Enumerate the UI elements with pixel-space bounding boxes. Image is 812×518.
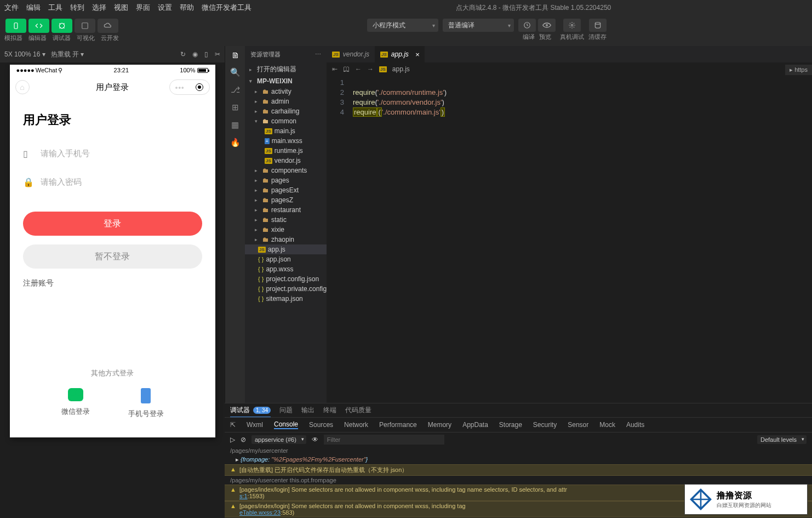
explorer-icon[interactable]: 🗎 — [231, 50, 239, 60]
flame-icon[interactable]: 🔥 — [230, 138, 241, 147]
phone-input[interactable]: 请输入手机号 — [41, 149, 90, 159]
file-project-private[interactable]: { }project.private.config.js... — [245, 284, 327, 294]
tab-app-js[interactable]: JSapp.js× — [375, 46, 425, 62]
folder-xixie[interactable]: ▸🖿xixie — [245, 225, 327, 235]
search-icon[interactable]: 🔍 — [230, 67, 241, 77]
tab-debugger[interactable]: 调试器1, 34 — [230, 403, 271, 417]
remote-debug-button[interactable] — [563, 19, 581, 32]
folder-carhailing[interactable]: ▸🖿carhailing — [245, 106, 327, 116]
inspect-icon[interactable]: ⇱ — [230, 421, 236, 429]
watermark-logo-icon — [689, 488, 712, 511]
mode-dropdown[interactable]: 小程序模式 — [367, 19, 438, 32]
folder-zhaopin[interactable]: ▸🖿zhaopin — [245, 235, 327, 244]
record-icon[interactable]: ◉ — [192, 50, 198, 58]
menu-select[interactable]: 选择 — [92, 3, 106, 13]
cloud-dev[interactable] — [98, 19, 118, 33]
compile-button[interactable] — [518, 19, 536, 32]
folder-common[interactable]: ▾🖿common — [245, 116, 327, 126]
menu-file[interactable]: 文件 — [4, 3, 19, 13]
tab-terminal[interactable]: 终端 — [323, 403, 336, 417]
hot-reload-dropdown[interactable]: 热重载 开 ▾ — [51, 50, 84, 59]
file-app-json[interactable]: { }app.json — [245, 254, 327, 264]
clear-cache-button[interactable] — [589, 19, 607, 32]
devtab-mock[interactable]: Mock — [599, 421, 615, 429]
phone-login-button[interactable]: 手机号登录 — [128, 388, 164, 419]
menu-tools[interactable]: 工具 — [48, 3, 62, 13]
folder-pagesZ[interactable]: ▸🖿pagesZ — [245, 195, 327, 205]
skip-login-button[interactable]: 暂不登录 — [23, 244, 202, 269]
editor-toggle[interactable] — [28, 19, 49, 33]
folder-pages[interactable]: ▸🖿pages — [245, 175, 327, 185]
debug-icon[interactable]: ▦ — [231, 120, 239, 130]
branch-icon[interactable]: ⎇ — [231, 85, 240, 95]
login-button[interactable]: 登录 — [23, 212, 202, 236]
devtab-storage[interactable]: Storage — [499, 421, 522, 429]
devtab-security[interactable]: Security — [533, 421, 557, 429]
menu-goto[interactable]: 转到 — [70, 3, 84, 13]
devtab-console[interactable]: Console — [274, 420, 298, 429]
file-project-config[interactable]: { }project.config.json — [245, 274, 327, 284]
clear-console-icon[interactable]: ⊘ — [241, 436, 246, 443]
tab-problems[interactable]: 问题 — [279, 403, 293, 417]
menu-wxdev[interactable]: 微信开发者工具 — [202, 3, 251, 13]
file-main-js[interactable]: JSmain.js — [245, 126, 327, 136]
devtab-audits[interactable]: Audits — [626, 421, 644, 429]
password-input[interactable]: 请输入密码 — [41, 177, 82, 187]
devtab-wxml[interactable]: Wxml — [247, 421, 263, 429]
console-scope-dropdown[interactable]: appservice (#6) — [251, 435, 306, 444]
devtab-appdata[interactable]: AppData — [462, 421, 488, 429]
breadcrumb-file[interactable]: app.js — [392, 65, 410, 73]
file-app-wxss[interactable]: { }app.wxss — [245, 264, 327, 274]
devtab-sensor[interactable]: Sensor — [568, 421, 588, 429]
compile-dropdown[interactable]: 普通编译 — [443, 19, 514, 32]
tab-vendor-js[interactable]: JSvendor.js — [327, 46, 375, 62]
file-sitemap[interactable]: { }sitemap.json — [245, 294, 327, 304]
simulator-toggle[interactable] — [5, 19, 26, 33]
wechat-login-button[interactable]: 微信登录 — [61, 388, 90, 419]
eye-icon[interactable]: 👁 — [312, 436, 318, 443]
cut-icon[interactable]: ✂ — [215, 50, 220, 58]
bookmark-icon[interactable]: 🕮 — [343, 65, 350, 73]
folder-pagesExt[interactable]: ▸🖿pagesExt — [245, 185, 327, 195]
extensions-icon[interactable]: ⊞ — [232, 103, 239, 112]
device-icon[interactable]: ▯ — [204, 50, 208, 58]
file-vendor-js[interactable]: JSvendor.js — [245, 156, 327, 166]
visual-toggle[interactable] — [75, 19, 95, 33]
menu-help[interactable]: 帮助 — [180, 3, 194, 13]
log-levels-dropdown[interactable]: Default levels — [757, 435, 807, 444]
console-filter-input[interactable] — [324, 435, 444, 445]
file-runtime-js[interactable]: JSruntime.js — [245, 146, 327, 156]
register-link[interactable]: 注册账号 — [23, 278, 202, 288]
close-tab-icon[interactable]: × — [415, 50, 420, 59]
tab-quality[interactable]: 代码质量 — [345, 403, 371, 417]
open-editors-section[interactable]: ▸打开的编辑器 — [245, 63, 327, 76]
devtab-network[interactable]: Network — [344, 421, 368, 429]
folder-static[interactable]: ▸🖿static — [245, 215, 327, 225]
devtab-memory[interactable]: Memory — [428, 421, 451, 429]
file-app-js[interactable]: JSapp.js — [245, 244, 327, 254]
refresh-icon[interactable]: ↻ — [180, 50, 186, 58]
folder-components[interactable]: ▸🖿components — [245, 166, 327, 175]
preview-button[interactable] — [538, 19, 556, 32]
https-tab[interactable]: ▸ https — [785, 65, 812, 75]
play-icon[interactable]: ▷ — [230, 436, 235, 443]
devtab-sources[interactable]: Sources — [309, 421, 333, 429]
code-editor[interactable]: 1 2 3 4 require('./common/runtime.js') r… — [327, 76, 812, 403]
menu-interface[interactable]: 界面 — [136, 3, 150, 13]
devtab-performance[interactable]: Performance — [379, 421, 417, 429]
folder-restaurant[interactable]: ▸🖿restaurant — [245, 205, 327, 215]
menu-settings[interactable]: 设置 — [158, 3, 172, 13]
folder-activity[interactable]: ▸🖿activity — [245, 87, 327, 96]
debugger-toggle[interactable] — [52, 19, 72, 33]
forward-icon[interactable]: → — [367, 65, 374, 73]
more-icon[interactable]: ⋯ — [315, 51, 321, 58]
back-icon[interactable]: ← — [355, 65, 362, 73]
folder-admin[interactable]: ▸🖿admin — [245, 96, 327, 106]
menu-edit[interactable]: 编辑 — [26, 3, 41, 13]
file-main-wxss[interactable]: ≡main.wxss — [245, 136, 327, 146]
project-root[interactable]: ▾MP-WEIXIN — [245, 76, 327, 87]
collapse-icon[interactable]: ⇤ — [332, 65, 338, 73]
tab-output[interactable]: 输出 — [301, 403, 314, 417]
zoom-dropdown[interactable]: 5X 100% 16 ▾ — [4, 50, 45, 58]
menu-view[interactable]: 视图 — [114, 3, 128, 13]
